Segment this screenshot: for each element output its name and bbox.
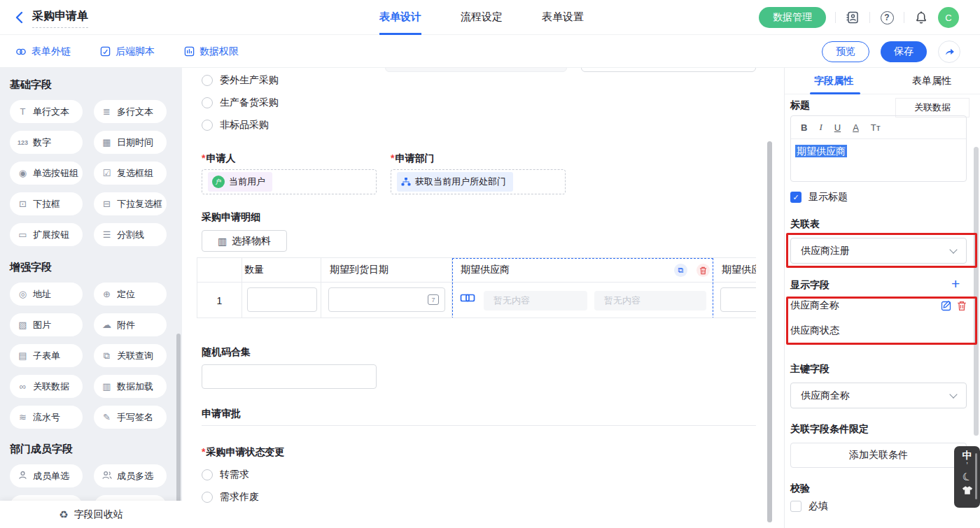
form-external-link-button[interactable]: 表单外链 (15, 35, 71, 68)
field-item-member-single[interactable]: 成员单选 (10, 464, 83, 487)
random-code-input[interactable] (202, 364, 377, 389)
header-tabs: 表单设计 流程设定 表单设置 (379, 0, 584, 35)
link-icon (15, 46, 27, 57)
ime-toolbar[interactable]: 中 ʼ ☾ (954, 446, 980, 508)
user-icon: 户 (212, 176, 225, 188)
field-label-applicant: *申请人 (202, 152, 235, 165)
delete-field-icon[interactable] (957, 301, 967, 311)
ime-language-icon[interactable]: 中 (962, 450, 972, 461)
field-item-data-load[interactable]: ▥数据加载 (94, 375, 167, 398)
ime-tone-icon[interactable]: ʼ (966, 463, 967, 469)
edit-field-icon[interactable] (941, 300, 952, 311)
radio-option[interactable]: 委外生产采购 (202, 74, 279, 87)
radio-option[interactable]: 转需求 (202, 469, 249, 481)
field-item-number[interactable]: 123数字 (10, 131, 83, 154)
bold-icon[interactable]: B (801, 122, 807, 133)
field-item-divider[interactable]: ☰分割线 (94, 223, 167, 246)
tab-field-properties[interactable]: 字段属性 (785, 68, 883, 94)
radio-option[interactable]: 需求作废 (202, 491, 259, 504)
department-field[interactable]: 获取当前用户所处部门 (391, 169, 566, 194)
clipped-input-top[interactable] (581, 68, 756, 72)
permission-icon (184, 46, 195, 57)
relation-table-label: 关联表 (790, 218, 820, 231)
title-input[interactable]: 期望供应商 (791, 139, 966, 164)
field-item-radio-group[interactable]: ◉单选按钮组 (10, 162, 83, 185)
copy-column-icon[interactable]: ⧉ (674, 264, 687, 277)
required-checkbox-row[interactable]: 必填 (790, 500, 828, 513)
empty-content-chip: 暂无内容 (594, 291, 706, 311)
display-field-row[interactable]: 供应商状态 (790, 324, 967, 337)
delete-column-icon[interactable] (696, 264, 710, 277)
field-item-location[interactable]: ⊕定位 (94, 283, 167, 306)
field-item-datetime[interactable]: ▦日期时间 (94, 131, 167, 154)
field-item-attachment[interactable]: ☁附件 (94, 313, 167, 336)
field-recycle-bin[interactable]: ♻ 字段回收站 (0, 501, 182, 528)
multi-line-text-icon: ≣ (102, 106, 112, 117)
field-item-checkbox-group[interactable]: ☑复选框组 (94, 162, 167, 185)
field-item-signature[interactable]: ✎手写签名 (94, 406, 167, 429)
font-size-icon[interactable]: Tт (871, 122, 881, 133)
supplier2-input[interactable] (720, 287, 756, 312)
notification-bell-icon[interactable] (913, 10, 929, 25)
field-item-image[interactable]: ▧图片 (10, 313, 83, 336)
radio-icon (202, 469, 213, 480)
primary-key-select[interactable]: 供应商全称 (790, 383, 967, 408)
underline-icon[interactable]: U (834, 122, 841, 133)
backend-script-button[interactable]: 后端脚本 (100, 35, 155, 68)
add-display-field-button[interactable]: + (951, 278, 960, 290)
quantity-input[interactable] (247, 287, 317, 312)
tab-form-design[interactable]: 表单设计 (379, 0, 421, 35)
linked-data-icon: ∞ (18, 381, 28, 392)
section-title-approval: 申请审批 (202, 408, 241, 420)
field-item-linked-query[interactable]: ⧉关联查询 (94, 344, 167, 367)
clipped-input-top[interactable] (385, 68, 567, 72)
ime-moon-icon[interactable]: ☾ (960, 469, 974, 485)
canvas-scrollbar[interactable] (767, 141, 772, 522)
user-avatar[interactable]: C (938, 7, 959, 28)
date-input[interactable]: 7 (328, 287, 445, 312)
panel-scrollbar[interactable] (974, 147, 979, 436)
data-permission-button[interactable]: 数据权限 (184, 35, 239, 68)
linked-data-cell[interactable]: 暂无内容 暂无内容 (452, 283, 713, 318)
field-item-subform[interactable]: ▤子表单 (10, 344, 83, 367)
share-button[interactable] (938, 41, 960, 63)
preview-button[interactable]: 预览 (822, 41, 869, 62)
field-item-member-multi[interactable]: 成员多选 (94, 464, 167, 487)
select-material-button[interactable]: ▥ 选择物料 (202, 230, 287, 252)
ime-skin-icon[interactable] (962, 485, 973, 495)
field-item-select[interactable]: ⊡下拉框 (10, 192, 83, 215)
field-item-extend-button[interactable]: ▭扩展按钮 (10, 223, 83, 246)
field-item-multi-line-text[interactable]: ≣多行文本 (94, 100, 167, 123)
people-icon (102, 471, 112, 482)
app-root: 采购申请单 表单设计 流程设定 表单设置 数据管理 ? (0, 0, 980, 528)
selected-title-text: 期望供应商 (795, 145, 847, 157)
divider (835, 12, 836, 23)
tab-form-properties[interactable]: 表单属性 (883, 68, 980, 94)
field-item-linked-data[interactable]: ∞关联数据 (10, 375, 83, 398)
field-label-department: *申请部门 (391, 152, 434, 165)
contacts-icon[interactable] (845, 10, 860, 25)
display-field-row[interactable]: 供应商全称 (790, 299, 967, 312)
data-manage-button[interactable]: 数据管理 (759, 7, 826, 28)
field-item-address[interactable]: ◎地址 (10, 283, 83, 306)
radio-option[interactable]: 生产备货采购 (202, 97, 279, 109)
field-item-multi-select[interactable]: ⊟下拉复选框 (94, 192, 167, 215)
tab-form-setting[interactable]: 表单设置 (542, 0, 584, 35)
applicant-field[interactable]: 户 当前用户 (202, 169, 377, 194)
tab-flow-setting[interactable]: 流程设定 (461, 0, 503, 35)
help-icon[interactable]: ? (879, 10, 895, 25)
back-button[interactable] (11, 9, 28, 26)
font-color-icon[interactable]: A (853, 122, 859, 133)
show-title-checkbox-row[interactable]: ✓ 显示标题 (790, 191, 848, 204)
serial-number-icon: ≋ (18, 412, 28, 422)
radio-icon (202, 97, 213, 108)
table-header-expected-supplier-2[interactable]: 期望供应商 (713, 258, 756, 283)
italic-icon[interactable]: I (819, 122, 822, 133)
field-item-serial-number[interactable]: ≋流水号 (10, 406, 83, 429)
relation-table-select[interactable]: 供应商注册 (790, 238, 967, 264)
sidebar-scrollbar[interactable] (176, 334, 181, 528)
field-item-single-line-text[interactable]: T单行文本 (10, 100, 83, 123)
add-condition-button[interactable]: 添加关联条件 (790, 443, 967, 468)
radio-option[interactable]: 非标品采购 (202, 119, 269, 131)
save-button[interactable]: 保存 (881, 41, 927, 62)
